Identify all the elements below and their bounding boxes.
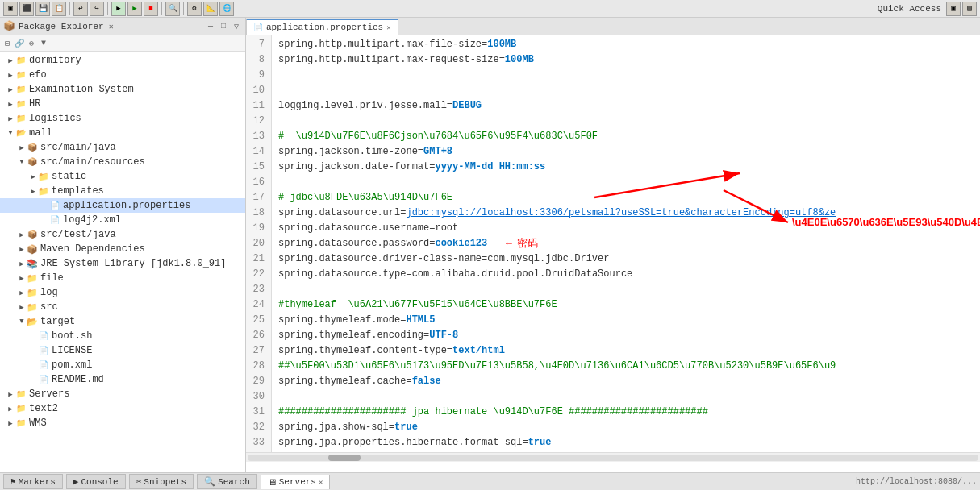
tree-item-mall[interactable]: ▼ 📂 mall (0, 126, 245, 140)
tree-item-src-main-resources[interactable]: ▼ 📦 src/main/resources (0, 155, 245, 169)
tree-item-servers[interactable]: ▶ 📁 Servers (0, 387, 245, 401)
label-efo: efo (29, 69, 47, 81)
arrow-logistics: ▶ (6, 114, 15, 123)
arrow-text2: ▶ (6, 405, 15, 413)
servers-tab-close[interactable]: ✕ (319, 478, 323, 487)
editor-tab-app-props[interactable]: 📄 application.properties ✕ (246, 19, 398, 35)
tree-item-src-folder[interactable]: ▶ 📁 src (0, 300, 245, 314)
bottom-tab-servers[interactable]: 🖥 Servers ✕ (261, 475, 331, 489)
code-line-14: spring.jackson.time-zone=GMT+8 (278, 144, 836, 160)
label-wms: WMS (29, 417, 47, 429)
icon-boot-sh: 📄 (37, 330, 50, 343)
toolbar-btn-layout1[interactable]: ▣ (946, 2, 961, 16)
line-numbers: 78910 11121314 15161718 19202122 2324252… (246, 35, 272, 452)
tree-item-readme[interactable]: 📄 README.md (0, 372, 245, 387)
toolbar-btn-debug[interactable]: ▶ (111, 2, 126, 16)
tab-label-app-props: application.properties (266, 23, 383, 32)
tree-item-boot-sh[interactable]: 📄 boot.sh (0, 329, 245, 343)
toolbar-btn-2[interactable]: ⬛ (19, 2, 34, 16)
arrow-src-test-java: ▶ (18, 230, 26, 239)
icon-dormitory: 📁 (15, 54, 27, 67)
icon-hr: 📁 (15, 98, 27, 110)
tree-item-examination[interactable]: ▶ 📁 Examination_System (0, 82, 245, 97)
tree-item-text2[interactable]: ▶ 📁 text2 (0, 401, 245, 416)
arrow-jre: ▶ (18, 260, 26, 268)
collapse-all-btn[interactable]: ⊟ (2, 38, 13, 49)
tree-item-wms[interactable]: ▶ 📁 WMS (0, 416, 245, 430)
bottom-tab-search[interactable]: 🔍 Search (197, 474, 257, 489)
link-editor-btn[interactable]: 🔗 (14, 38, 25, 49)
toolbar-btn-run[interactable]: ▶ (127, 2, 142, 16)
package-explorer-icon: 📦 (3, 20, 15, 32)
toolbar-btn-8[interactable]: ⚙ (187, 2, 202, 16)
label-file: file (40, 272, 64, 284)
toolbar-sep-2 (107, 2, 108, 15)
right-panel: 📄 application.properties ✕ 78910 1112131… (246, 18, 980, 472)
label-target: target (40, 316, 75, 327)
tree-item-target[interactable]: ▼ 📂 target (0, 314, 245, 329)
tree-item-hr[interactable]: ▶ 📁 HR (0, 97, 245, 111)
toolbar-sep-4 (183, 2, 184, 15)
arrow-src-main-java: ▶ (18, 143, 26, 152)
code-line-7: spring.http.multipart.max-file-size=100M… (278, 37, 836, 52)
view-menu-btn[interactable]: ▼ (38, 38, 49, 49)
panel-maximize-btn[interactable]: □ (218, 21, 229, 32)
code-line-32: spring.jpa.show-sql=true (278, 420, 836, 435)
tree-item-src-main-java[interactable]: ▶ 📦 src/main/java (0, 140, 245, 155)
tree-item-app-properties[interactable]: 📄 application.properties (0, 198, 245, 213)
tree-item-pom-xml[interactable]: 📄 pom.xml (0, 358, 245, 372)
toolbar-btn-10[interactable]: 🌐 (219, 2, 234, 16)
toolbar-btn-4[interactable]: 📋 (52, 2, 66, 16)
toolbar-btn-1[interactable]: ▣ (3, 2, 18, 16)
code-line-19: spring.datasource.username=root (278, 221, 836, 236)
tree-item-maven-deps[interactable]: ▶ 📦 Maven Dependencies (0, 242, 245, 256)
toolbar-btn-7[interactable]: 🔍 (165, 2, 180, 16)
tree-item-log4j2[interactable]: 📄 log4j2.xml (0, 213, 245, 227)
tree-item-logistics[interactable]: ▶ 📁 logistics (0, 111, 245, 126)
tree-item-log[interactable]: ▶ 📁 log (0, 285, 245, 300)
new-btn[interactable]: ⊕ (26, 38, 37, 49)
tree-item-efo[interactable]: ▶ 📁 efo (0, 68, 245, 82)
code-editor[interactable]: 78910 11121314 15161718 19202122 2324252… (246, 35, 980, 472)
label-src-main-resources: src/main/resources (40, 156, 145, 168)
toolbar-btn-3[interactable]: 💾 (35, 2, 50, 16)
label-license: LICENSE (52, 345, 92, 356)
search-label: Search (218, 477, 250, 487)
tree-item-jre[interactable]: ▶ 📚 JRE System Library [jdk1.8.0_91] (0, 256, 245, 271)
icon-src-test-java: 📦 (26, 228, 39, 241)
tree-item-src-test-java[interactable]: ▶ 📦 src/test/java (0, 227, 245, 242)
bottom-tab-markers[interactable]: ⚑ Markers (3, 474, 63, 489)
tree-item-file[interactable]: ▶ 📁 file (0, 271, 245, 285)
toolbar-btn-6[interactable]: ↪ (90, 2, 104, 16)
tree-item-static[interactable]: ▶ 📁 static (0, 169, 245, 184)
panel-menu-btn[interactable]: ▽ (231, 21, 242, 32)
code-line-29: spring.thymeleaf.cache=false (278, 374, 836, 389)
tree-item-templates[interactable]: ▶ 📁 templates (0, 184, 245, 198)
toolbar-btn-5[interactable]: ↩ (73, 2, 88, 16)
icon-templates: 📁 (37, 185, 50, 197)
toolbar-btn-layout2[interactable]: ▤ (962, 2, 977, 16)
main-container: 📦 Package Explorer ✕ — □ ▽ ⊟ 🔗 ⊕ ▼ ▶ 📁 d… (0, 18, 980, 472)
icon-servers: 📁 (15, 388, 27, 401)
editor-scrollbar-h[interactable] (246, 452, 980, 462)
search-icon: 🔍 (204, 476, 215, 487)
tab-close-app-props[interactable]: ✕ (386, 23, 390, 32)
bottom-tab-console[interactable]: ▶ Console (66, 474, 126, 489)
code-line-16 (278, 175, 836, 190)
code-line-28: ##\u5F00\u53D1\u65F6\u5173\u95ED\u7F13\u… (278, 359, 836, 374)
left-panel: 📦 Package Explorer ✕ — □ ▽ ⊟ 🔗 ⊕ ▼ ▶ 📁 d… (0, 18, 246, 472)
arrow-target: ▼ (18, 318, 26, 326)
code-line-20: spring.datasource.password=cookie123← 密码 (278, 236, 836, 251)
label-text2: text2 (29, 403, 58, 414)
tree-item-dormitory[interactable]: ▶ 📁 dormitory (0, 53, 245, 68)
icon-maven-deps: 📦 (26, 243, 39, 255)
code-line-33: spring.jpa.properties.hibernate.format_s… (278, 435, 836, 451)
panel-title-close[interactable]: ✕ (109, 22, 114, 31)
panel-toolbar: ⊟ 🔗 ⊕ ▼ (0, 35, 245, 52)
toolbar-btn-9[interactable]: 📐 (203, 2, 218, 16)
tree-item-license[interactable]: 📄 LICENSE (0, 343, 245, 358)
toolbar-btn-stop[interactable]: ■ (144, 2, 158, 16)
panel-minimize-btn[interactable]: — (205, 21, 216, 32)
bottom-tab-snippets[interactable]: ✂ Snippets (129, 474, 194, 489)
icon-log4j2: 📄 (48, 214, 61, 226)
